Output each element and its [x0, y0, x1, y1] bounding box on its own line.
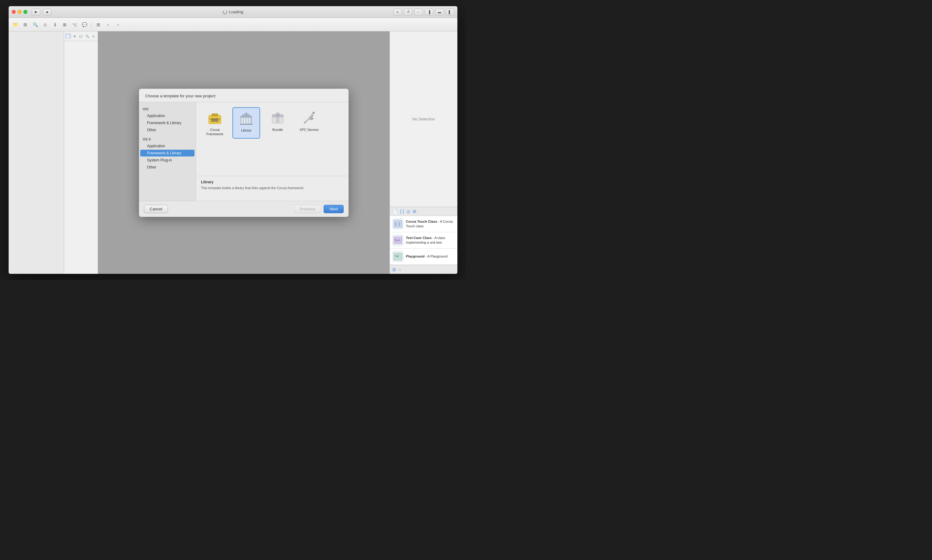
grid-inspector-icon[interactable]: ⊞ [413, 209, 416, 214]
chevron-left-icon[interactable]: ‹ [104, 20, 112, 29]
no-selection-label: No Selection [412, 117, 435, 122]
footer-grid-icon[interactable]: ⊞ [392, 267, 396, 272]
osx-system-plugin[interactable]: System Plug-in [140, 157, 194, 163]
center-area: Choose a template for your new project: … [98, 31, 390, 274]
nav-git-icon[interactable]: ⊛ [72, 33, 78, 39]
cocoa-touch-class-name: Cocoa Touch Class [406, 220, 437, 223]
nav-file-icon[interactable]: 📄 [65, 33, 71, 39]
dialog-overlay: Choose a template for your new project: … [98, 31, 390, 274]
toolbar: 📁 ⊞ 🔍 ⚠ ℹ ⊞ ⌥ 💬 ⊞ ‹ › [9, 18, 458, 31]
bundle-icon [270, 110, 286, 126]
cocoa-framework-icon [207, 110, 223, 126]
template-grid: CocoaFramework [196, 102, 348, 176]
nav-grid-icon[interactable]: ⊞ [94, 20, 103, 29]
osx-section: OS X Application Framework & Library Sys… [139, 135, 196, 172]
bundle-label: Bundle [273, 128, 283, 132]
stop-button[interactable]: ■ [43, 9, 51, 15]
svg-point-4 [213, 120, 214, 121]
dialog-description: Library This template builds a library t… [196, 176, 348, 201]
left-panel [9, 31, 64, 274]
svg-rect-13 [240, 124, 253, 125]
ios-application[interactable]: Application [140, 112, 194, 119]
window-title: Loading [229, 9, 243, 14]
osx-other[interactable]: Other [140, 164, 194, 171]
layout-split-button[interactable]: ▐ [425, 9, 433, 15]
dialog-footer: Cancel Previous Next [139, 201, 348, 217]
loading-spinner [223, 10, 227, 14]
xpc-service-label: XPC Service [300, 128, 319, 132]
osx-framework-library[interactable]: Framework & Library [140, 150, 194, 157]
layout-bottom-button[interactable]: ▬ [435, 9, 444, 15]
cocoa-touch-class-text: Cocoa Touch Class - A Cocoa Touch class [406, 219, 455, 229]
right-panel-bottom: 📄 { } ◎ ⊞ { } Cocoa Touch Class [390, 207, 458, 274]
footer-circle-icon[interactable]: ○ [399, 267, 401, 272]
selected-template-name: Library [201, 180, 344, 184]
dialog-body: iOS Application Framework & Library Othe… [139, 102, 348, 201]
playground-item[interactable]: ↝ Playground - A Playground [390, 249, 458, 265]
test-case-class-name: Test Case Class [406, 236, 432, 240]
library-icon [238, 110, 254, 126]
dialog-content: CocoaFramework [196, 102, 348, 201]
right-panel-footer: ⊞ ○ [390, 265, 458, 274]
refresh-button[interactable]: ↺ [404, 9, 412, 15]
cancel-button[interactable]: Cancel [144, 205, 168, 213]
ios-framework-library[interactable]: Framework & Library [140, 120, 194, 126]
minimize-button[interactable] [18, 10, 22, 14]
close-button[interactable] [12, 10, 16, 14]
test-case-class-item[interactable]: Test Test Case Class - A class implement… [390, 232, 458, 249]
chevron-right-icon[interactable]: › [114, 20, 122, 29]
bundle-template[interactable]: Bundle [264, 107, 291, 139]
folder-icon[interactable]: 📁 [11, 20, 20, 29]
xpc-service-template[interactable]: XPC Service [295, 107, 323, 139]
nav-search2-icon[interactable]: 🔍 [85, 33, 90, 39]
back-button[interactable]: ← [414, 9, 423, 15]
link-icon[interactable]: ⌥ [70, 20, 79, 29]
dialog-title: Choose a template for your new project: [139, 89, 348, 102]
main-window: ▶ ■ Loading ≡ ↺ ← ▐ ▬ ▌ 📁 ⊞ 🔍 ⚠ ℹ ⊞ ⌥ 💬 … [9, 6, 458, 274]
svg-rect-11 [249, 118, 250, 124]
svg-text:{ }: { } [395, 222, 401, 226]
ios-other[interactable]: Other [140, 126, 194, 133]
svg-rect-2 [209, 118, 221, 120]
traffic-lights [12, 10, 28, 14]
playground-text: Playground - A Playground [406, 254, 448, 259]
ios-header: iOS [139, 106, 196, 112]
file-inspector-icon[interactable]: 📄 [392, 209, 397, 214]
braces-inspector-icon[interactable]: { } [400, 209, 404, 214]
warning-icon[interactable]: ⚠ [41, 20, 49, 29]
titlebar-center: Loading [223, 9, 243, 14]
nav-buttons: Previous Next [294, 205, 344, 213]
osx-application[interactable]: Application [140, 143, 194, 149]
xpc-icon [301, 110, 317, 126]
titlebar-right: ≡ ↺ ← ▐ ▬ ▌ [393, 9, 454, 15]
run-button[interactable]: ▶ [32, 9, 40, 15]
library-template[interactable]: Library [233, 107, 260, 139]
cocoa-touch-class-item[interactable]: { } Cocoa Touch Class - A Cocoa Touch cl… [390, 216, 458, 232]
cocoa-framework-template[interactable]: CocoaFramework [201, 107, 229, 139]
svg-rect-16 [276, 113, 279, 123]
maximize-button[interactable] [23, 10, 28, 14]
main-layout: 📄 ⊛ { } 🔍 ⚠ Choose a template for your n… [9, 31, 458, 274]
svg-marker-12 [240, 113, 253, 117]
circle-inspector-icon[interactable]: ◎ [407, 209, 410, 214]
nav-symbol-icon[interactable]: { } [78, 33, 84, 39]
titlebar-controls: ▶ ■ [32, 9, 51, 15]
previous-button[interactable]: Previous [294, 205, 322, 213]
svg-text:↝: ↝ [394, 253, 399, 258]
navigator-icons: 📄 ⊛ { } 🔍 ⚠ [64, 31, 98, 41]
table-icon[interactable]: ⊞ [60, 20, 69, 29]
ios-section: iOS Application Framework & Library Othe… [139, 105, 196, 135]
grid-icon[interactable]: ⊞ [21, 20, 29, 29]
svg-rect-1 [212, 114, 218, 116]
nav-warning2-icon[interactable]: ⚠ [91, 33, 97, 39]
navigator-panel: 📄 ⊛ { } 🔍 ⚠ [64, 31, 98, 274]
info-icon[interactable]: ℹ [51, 20, 59, 29]
cocoa-framework-label: CocoaFramework [206, 128, 223, 137]
search-icon[interactable]: 🔍 [31, 20, 40, 29]
right-panel-header: 📄 { } ◎ ⊞ [390, 207, 458, 216]
right-panel-top: No Selection [390, 31, 458, 207]
next-button[interactable]: Next [324, 205, 344, 213]
chat-icon[interactable]: 💬 [80, 20, 89, 29]
layout-right-button[interactable]: ▌ [446, 9, 454, 15]
layout-list-button[interactable]: ≡ [393, 9, 402, 15]
